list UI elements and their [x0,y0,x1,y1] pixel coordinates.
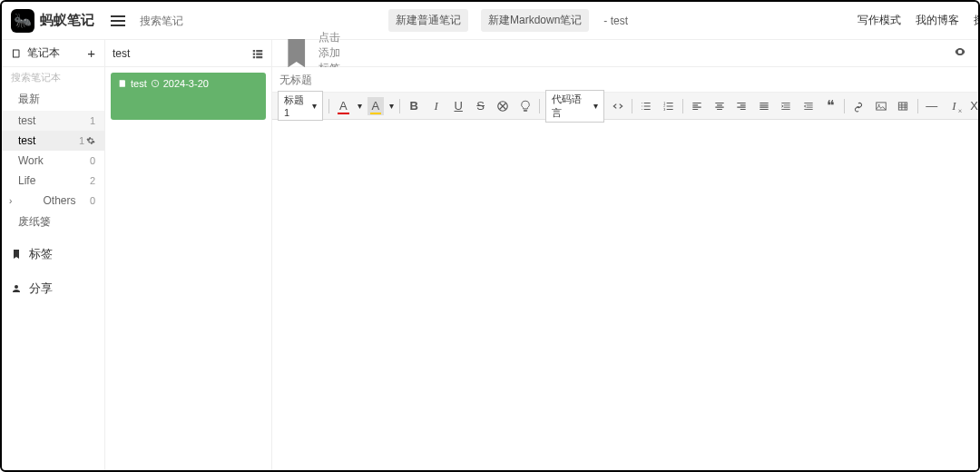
app-name: 蚂蚁笔记 [40,12,94,29]
sidebar-item-trash[interactable]: 废纸篓 [2,211,104,233]
gear-icon[interactable] [86,136,95,145]
note-card-title: test [131,78,147,89]
table-button[interactable] [895,97,911,115]
note-list-title: test [113,47,130,60]
editor-pane: 点击添加标签 ? 标题1▾ [272,40,980,470]
nav-explore[interactable]: 探索 [974,13,980,28]
app-logo[interactable]: 🐜 蚂蚁笔记 [11,9,94,33]
tag-icon [279,36,313,70]
indent-button[interactable] [778,97,794,115]
add-notebook-icon[interactable]: + [87,45,95,61]
svg-text:3: 3 [663,107,665,111]
bulb-icon[interactable] [516,97,533,115]
app-header: 🐜 蚂蚁笔记 新建普通笔记 新建Markdown笔记 - test 写作模式 我… [2,2,980,40]
sidebar-share[interactable]: 分享 [2,275,104,302]
strikethrough-button[interactable]: S [472,97,488,115]
link-button[interactable] [850,97,867,115]
highlight-button[interactable]: A [368,97,384,115]
nav-my-blog[interactable]: 我的博客 [916,13,959,28]
chevron-right-icon: › [9,196,12,206]
nav-writing-mode[interactable]: 写作模式 [858,13,901,28]
align-justify-button[interactable] [755,97,771,115]
font-color-button[interactable]: A [335,97,351,115]
editor-toolbar: 标题1▾ A▾ A▾ B I U S 代码语言▾ 123 [272,93,980,120]
image-button[interactable] [873,97,889,115]
sidebar: 笔记本 + 搜索笔记本 最新 test1 test1 Work0 Life2 ›… [2,40,105,470]
note-card-date: 2024-3-20 [163,78,209,89]
menu-icon[interactable] [111,14,125,28]
breadcrumb: - test [603,15,628,27]
note-title-input[interactable] [279,67,980,92]
italic-button[interactable]: I [427,97,444,115]
clock-icon [151,79,160,88]
hr-button[interactable]: — [924,97,940,115]
sidebar-item-work[interactable]: Work0 [2,151,104,171]
heading-select[interactable]: 标题1▾ [278,91,323,121]
user-icon [11,283,22,294]
code-button[interactable] [610,97,626,115]
sidebar-tags[interactable]: 标签 [2,241,104,268]
note-list-pane: test test 2024-3-20 [105,40,272,470]
note-card[interactable]: test 2024-3-20 [111,73,266,120]
note-icon [118,79,127,88]
svg-rect-7 [899,102,907,109]
align-center-button[interactable] [710,97,727,115]
list-view-icon[interactable] [251,47,264,60]
outdent-button[interactable] [799,97,816,115]
notebook-icon [11,48,22,59]
new-normal-note-button[interactable]: 新建普通笔记 [388,9,468,32]
bold-button[interactable]: B [406,97,422,115]
sidebar-item-others[interactable]: › Others0 [2,191,104,211]
new-markdown-note-button[interactable]: 新建Markdown笔记 [481,9,589,32]
sidebar-title: 笔记本 [27,45,60,61]
remove-format-button[interactable]: I× [946,97,962,115]
align-right-button[interactable] [733,97,750,115]
preview-icon[interactable] [954,45,966,61]
align-left-button[interactable] [689,97,705,115]
sidebar-item-latest[interactable]: 最新 [2,88,104,111]
sidebar-item-test-active[interactable]: test1 [2,131,104,151]
underline-button[interactable]: U [450,97,466,115]
code-language-select[interactable]: 代码语言▾ [545,90,604,123]
sidebar-item-life[interactable]: Life2 [2,171,104,191]
bookmark-icon [11,249,22,260]
sidebar-item-test[interactable]: test1 [2,111,104,131]
list-ol-button[interactable]: 123 [661,97,677,115]
subscript-button[interactable]: X2 [968,97,980,115]
save-icon[interactable] [977,45,980,61]
sidebar-search[interactable]: 搜索笔记本 [2,67,104,88]
clear-format-button[interactable] [495,97,511,115]
search-input[interactable] [134,11,261,31]
editor-body[interactable] [272,120,980,470]
quote-button[interactable]: ❝ [822,97,838,115]
list-ul-button[interactable] [638,97,654,115]
